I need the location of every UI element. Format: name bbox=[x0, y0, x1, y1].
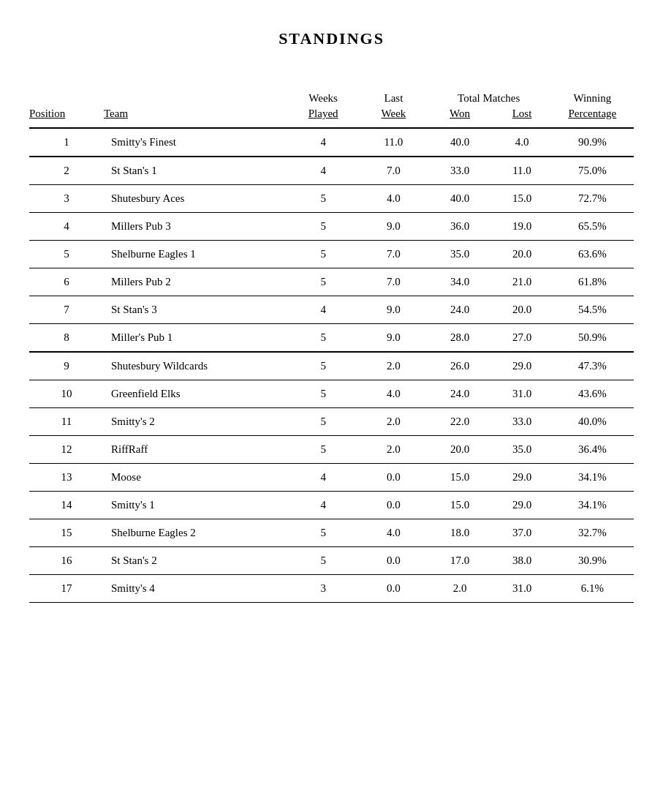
team-cell: Greenfield Elks bbox=[104, 380, 286, 408]
percentage-cell: 47.3% bbox=[551, 352, 634, 380]
table-row: 11Smitty's 252.022.033.040.0% bbox=[29, 408, 634, 436]
weeks-cell: 5 bbox=[286, 436, 360, 464]
table-row: 10Greenfield Elks54.024.031.043.6% bbox=[29, 380, 634, 408]
won-cell: 33.0 bbox=[427, 157, 493, 185]
last-week-cell: 0.0 bbox=[360, 492, 427, 519]
weeks-cell: 5 bbox=[286, 408, 360, 436]
won-cell: 2.0 bbox=[427, 575, 493, 603]
position-cell: 16 bbox=[29, 547, 104, 575]
lost-cell: 11.0 bbox=[493, 157, 550, 185]
table-row: 9Shutesbury Wildcards52.026.029.047.3% bbox=[29, 352, 634, 380]
percentage-cell: 6.1% bbox=[551, 575, 634, 603]
won-cell: 24.0 bbox=[427, 380, 493, 408]
page-title: STANDINGS bbox=[29, 29, 634, 48]
table-row: 15Shelburne Eagles 254.018.037.032.7% bbox=[29, 519, 634, 547]
header-row-bottom: Position Team Played Week Won Lost Perce… bbox=[29, 108, 634, 128]
position-cell: 8 bbox=[29, 324, 104, 353]
table-row: 8Miller's Pub 159.028.027.050.9% bbox=[29, 324, 634, 353]
standings-table: Weeks Last Total Matches Winning Positio… bbox=[29, 92, 634, 603]
last-week-cell: 2.0 bbox=[360, 436, 427, 464]
lost-cell: 4.0 bbox=[493, 128, 550, 157]
position-cell: 2 bbox=[29, 157, 104, 185]
header-week: Week bbox=[360, 108, 427, 128]
weeks-cell: 4 bbox=[286, 157, 360, 185]
team-cell: St Stan's 3 bbox=[104, 296, 286, 324]
won-cell: 36.0 bbox=[427, 213, 493, 241]
weeks-cell: 4 bbox=[286, 296, 360, 324]
header-last-label: Last bbox=[360, 92, 427, 108]
position-cell: 17 bbox=[29, 575, 104, 603]
percentage-cell: 30.9% bbox=[551, 547, 634, 575]
weeks-cell: 5 bbox=[286, 380, 360, 408]
header-position: Position bbox=[29, 108, 104, 128]
team-cell: Smitty's Finest bbox=[104, 128, 286, 157]
last-week-cell: 7.0 bbox=[360, 157, 427, 185]
weeks-cell: 5 bbox=[286, 268, 360, 296]
lost-cell: 20.0 bbox=[493, 241, 550, 268]
table-row: 3Shutesbury Aces54.040.015.072.7% bbox=[29, 185, 634, 213]
position-cell: 9 bbox=[29, 352, 104, 380]
team-cell: Smitty's 2 bbox=[104, 408, 286, 436]
weeks-cell: 4 bbox=[286, 492, 360, 519]
won-cell: 20.0 bbox=[427, 436, 493, 464]
last-week-cell: 0.0 bbox=[360, 575, 427, 603]
table-body: 1Smitty's Finest411.040.04.090.9%2St Sta… bbox=[29, 128, 634, 603]
lost-cell: 29.0 bbox=[493, 352, 550, 380]
percentage-cell: 54.5% bbox=[551, 296, 634, 324]
table-row: 1Smitty's Finest411.040.04.090.9% bbox=[29, 128, 634, 157]
weeks-cell: 5 bbox=[286, 547, 360, 575]
position-cell: 5 bbox=[29, 241, 104, 268]
table-row: 4Millers Pub 359.036.019.065.5% bbox=[29, 213, 634, 241]
won-cell: 26.0 bbox=[427, 352, 493, 380]
header-total-matches-label: Total Matches bbox=[427, 92, 551, 108]
team-cell: Miller's Pub 1 bbox=[104, 324, 286, 353]
last-week-cell: 9.0 bbox=[360, 324, 427, 353]
weeks-cell: 5 bbox=[286, 519, 360, 547]
team-cell: Shelburne Eagles 2 bbox=[104, 519, 286, 547]
won-cell: 40.0 bbox=[427, 128, 493, 157]
team-cell: Smitty's 1 bbox=[104, 492, 286, 519]
percentage-cell: 43.6% bbox=[551, 380, 634, 408]
percentage-cell: 34.1% bbox=[551, 464, 634, 492]
lost-cell: 19.0 bbox=[493, 213, 550, 241]
weeks-cell: 3 bbox=[286, 575, 360, 603]
lost-cell: 21.0 bbox=[493, 268, 550, 296]
table-row: 6Millers Pub 257.034.021.061.8% bbox=[29, 268, 634, 296]
won-cell: 34.0 bbox=[427, 268, 493, 296]
position-cell: 11 bbox=[29, 408, 104, 436]
last-week-cell: 11.0 bbox=[360, 128, 427, 157]
won-cell: 17.0 bbox=[427, 547, 493, 575]
team-cell: RiffRaff bbox=[104, 436, 286, 464]
table-row: 7St Stan's 349.024.020.054.5% bbox=[29, 296, 634, 324]
header-percentage: Percentage bbox=[551, 108, 634, 128]
lost-cell: 33.0 bbox=[493, 408, 550, 436]
lost-cell: 27.0 bbox=[493, 324, 550, 353]
percentage-cell: 36.4% bbox=[551, 436, 634, 464]
position-cell: 1 bbox=[29, 128, 104, 157]
team-cell: Shutesbury Aces bbox=[104, 185, 286, 213]
header-empty-position bbox=[29, 92, 104, 108]
lost-cell: 29.0 bbox=[493, 492, 550, 519]
won-cell: 15.0 bbox=[427, 464, 493, 492]
table-row: 5Shelburne Eagles 157.035.020.063.6% bbox=[29, 241, 634, 268]
won-cell: 15.0 bbox=[427, 492, 493, 519]
header-weeks-label: Weeks bbox=[286, 92, 360, 108]
lost-cell: 37.0 bbox=[493, 519, 550, 547]
won-cell: 40.0 bbox=[427, 185, 493, 213]
lost-cell: 29.0 bbox=[493, 464, 550, 492]
lost-cell: 20.0 bbox=[493, 296, 550, 324]
percentage-cell: 50.9% bbox=[551, 324, 634, 353]
header-empty-team bbox=[104, 92, 286, 108]
header-row-top: Weeks Last Total Matches Winning bbox=[29, 92, 634, 108]
won-cell: 35.0 bbox=[427, 241, 493, 268]
last-week-cell: 4.0 bbox=[360, 185, 427, 213]
percentage-cell: 34.1% bbox=[551, 492, 634, 519]
last-week-cell: 4.0 bbox=[360, 519, 427, 547]
weeks-cell: 5 bbox=[286, 185, 360, 213]
percentage-cell: 72.7% bbox=[551, 185, 634, 213]
header-lost: Lost bbox=[493, 108, 550, 128]
percentage-cell: 65.5% bbox=[551, 213, 634, 241]
team-cell: Shelburne Eagles 1 bbox=[104, 241, 286, 268]
header-won: Won bbox=[427, 108, 493, 128]
last-week-cell: 9.0 bbox=[360, 296, 427, 324]
